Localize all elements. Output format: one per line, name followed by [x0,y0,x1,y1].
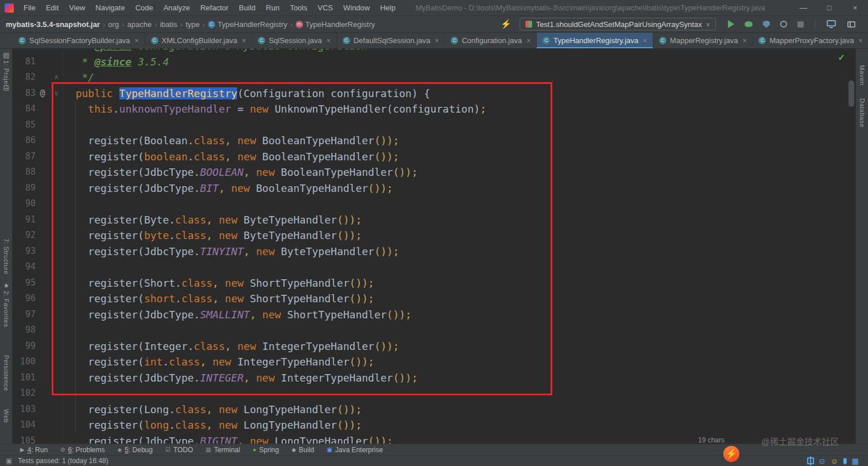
breadcrumb-item-mybatis-3-5-4-snapshot-jar[interactable]: mybatis-3.5.4-snapshot.jar [6,20,100,29]
tool-stripe-7-structure[interactable]: 7: Structure [3,238,10,275]
tab-configuration-java[interactable]: CConfiguration.java× [445,33,537,48]
code-line[interactable]: 81 * @since 3.5.4 [13,54,847,70]
tool-window-button-java-enterprise[interactable]: ▣Java Enterprise [320,444,389,455]
code-line[interactable]: 88 register(JdbcType.BOOLEAN, new Boolea… [13,164,847,180]
tab-close-icon[interactable]: × [135,37,139,45]
code-editor[interactable]: 80 * @param configuration a MyBatis conf… [13,49,855,444]
menu-window[interactable]: Window [338,0,375,16]
tab-mapperregistry-java[interactable]: CMapperRegistry.java× [653,33,753,48]
tool-stripe-database[interactable]: Database [859,98,866,128]
breadcrumb-item-type[interactable]: type [185,20,200,29]
code-line[interactable]: 103 register(Long.class, new LongTypeHan… [13,402,847,418]
tab-close-icon[interactable]: × [327,37,331,45]
menu-view[interactable]: View [64,0,90,16]
code-line[interactable]: 94 [13,259,847,275]
tab-close-icon[interactable]: × [435,37,439,45]
menu-vcs[interactable]: VCS [312,0,338,16]
tool-window-button-spring[interactable]: ●Spring [246,444,285,455]
build-icon[interactable]: ⚡ [501,19,512,29]
tab-defaultsqlsession-java[interactable]: CDefaultSqlSession.java× [337,33,445,48]
code-line[interactable]: 100 register(int.class, new IntegerTypeH… [13,354,847,370]
code-line[interactable]: 89 register(JdbcType.BIT, new BooleanTyp… [13,180,847,197]
breadcrumb-item-org[interactable]: org [108,20,119,29]
tool-window-button-5-debug[interactable]: ◈5: Debug [111,444,159,455]
menu-file[interactable]: File [18,0,41,16]
maximize-button[interactable]: □ [816,0,842,16]
debug-button[interactable] [745,21,753,27]
tab-sqlsession-java[interactable]: CSqlSession.java× [252,33,337,48]
profiler-button[interactable] [780,21,787,28]
menu-refactor[interactable]: Refactor [195,0,234,16]
scrollbar[interactable] [847,49,855,444]
run-configuration-select[interactable]: Test1.shouldGetAndSetMapPairUsingArraySy… [520,18,716,30]
menu-code[interactable]: Code [130,0,158,16]
tab-close-icon[interactable]: × [742,37,746,45]
close-button[interactable]: × [842,0,868,16]
tool-stripe-maven[interactable]: Maven [859,65,866,86]
tab-close-icon[interactable]: × [643,37,647,45]
code-line[interactable]: 102 [13,386,847,402]
tab-close-icon[interactable]: × [526,37,530,45]
code-line[interactable]: 90 [13,196,847,212]
code-line[interactable]: 84 this.unknownTypeHandler = new Unknown… [13,101,847,117]
menu-run[interactable]: Run [261,0,285,16]
code-line[interactable]: 99 register(Integer.class, new IntegerTy… [13,338,847,355]
code-line[interactable]: 96 register(short.class, new ShortTypeHa… [13,291,847,307]
emoji-icon[interactable]: ☺ [830,457,838,465]
stop-button[interactable] [797,21,804,28]
code-line[interactable]: 104 register(long.class, new LongTypeHan… [13,417,847,433]
code-line[interactable]: 93 register(JdbcType.TINYINT, new ByteTy… [13,244,847,260]
code-line[interactable]: 82∧ */ [13,70,847,86]
code-line[interactable]: 97 register(JdbcType.SMALLINT, new Short… [13,307,847,323]
tool-stripe-web[interactable]: Web [3,409,10,423]
microphone-icon[interactable] [843,458,847,464]
tab-mapperproxyfactory-java[interactable]: CMapperProxyFactory.java× [753,33,868,48]
tool-window-button-build[interactable]: ◆Build [285,444,320,455]
breadcrumb-item-typehandlerregistry[interactable]: CTypeHandlerRegistry [208,20,287,29]
tab-close-icon[interactable]: × [859,37,863,45]
code-line[interactable]: 86 register(Boolean.class, new BooleanTy… [13,133,847,149]
menu-tools[interactable]: Tools [285,0,312,16]
punctuation-icon[interactable]: ⊙ [819,457,826,465]
code-line[interactable]: 98 [13,322,847,338]
tool-window-button-6-problems[interactable]: ⊘6: Problems [54,444,111,455]
tool-window-button-4-run[interactable]: ▶4: Run [14,444,54,455]
code-line[interactable]: 80 * @param configuration a MyBatis conf… [13,49,847,54]
code-line[interactable]: 91 register(Byte.class, new ByteTypeHand… [13,212,847,228]
inspection-status-icon[interactable]: ✓ [838,52,845,63]
fold-marker-icon[interactable]: ∧ [49,70,63,86]
minimize-button[interactable]: — [790,0,816,16]
breadcrumb-item-typehandlerregistry[interactable]: mTypeHandlerRegistry [296,20,375,29]
menu-build[interactable]: Build [234,0,261,16]
code-line[interactable]: 92 register(byte.class, new ByteTypeHand… [13,228,847,244]
tool-stripe-persistence[interactable]: Persistence [3,355,10,391]
tab-sqlsessionfactorybuilder-java[interactable]: CSqlSessionFactoryBuilder.java× [13,33,145,48]
code-line[interactable]: 95 register(Short.class, new ShortTypeHa… [13,275,847,291]
menu-help[interactable]: Help [375,0,401,16]
code-line[interactable]: 87 register(boolean.class, new BooleanTy… [13,149,847,165]
code-line[interactable]: 83@∨ public TypeHandlerRegistry(Configur… [13,86,847,102]
tool-window-button-todo[interactable]: ☑TODO [159,444,199,455]
breadcrumb-item-ibatis[interactable]: ibatis [160,20,177,29]
code-line[interactable]: 85 [13,117,847,133]
menu-analyze[interactable]: Analyze [158,0,195,16]
input-method-icon[interactable] [807,457,814,464]
coverage-button[interactable] [763,21,770,28]
tool-windows-icon[interactable] [827,20,836,26]
keyboard-icon[interactable]: ▦ [852,457,859,465]
layout-icon[interactable] [847,21,855,28]
tool-window-switcher-icon[interactable]: ▣ [6,457,12,465]
code-line[interactable]: 101 register(JdbcType.INTEGER, new Integ… [13,370,847,386]
tab-close-icon[interactable]: × [242,37,246,45]
tab-typehandlerregistry-java[interactable]: CTypeHandlerRegistry.java× [537,33,653,48]
menu-edit[interactable]: Edit [41,0,64,16]
fold-marker-icon[interactable]: ∨ [49,86,63,102]
run-button[interactable] [728,20,734,28]
tool-icon[interactable]: ▢ [0,83,13,91]
scrollbar-thumb[interactable] [848,80,854,107]
tool-stripe-2-favorites[interactable]: 2: Favorites [3,291,10,327]
tab-xmlconfigbuilder-java[interactable]: CXMLConfigBuilder.java× [145,33,253,48]
breadcrumb-item-apache[interactable]: apache [127,20,152,29]
tool-window-button-terminal[interactable]: ▥Terminal [199,444,246,455]
menu-navigate[interactable]: Navigate [90,0,130,16]
